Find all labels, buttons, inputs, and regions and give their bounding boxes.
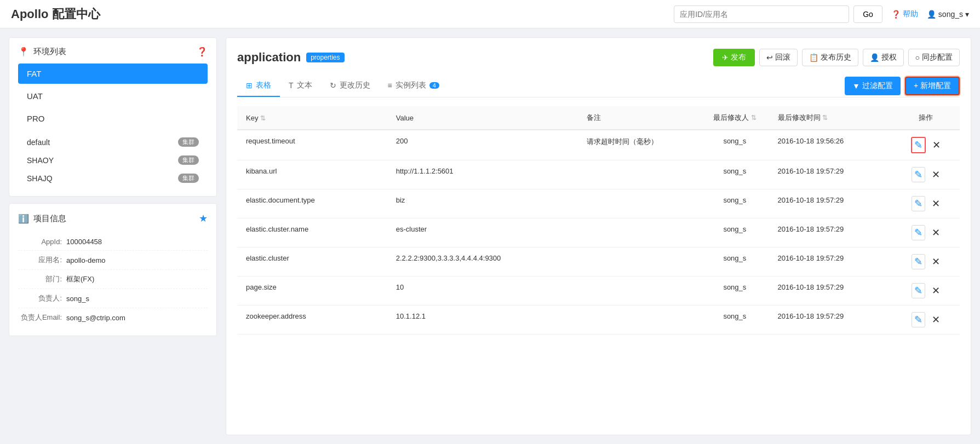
app-name: application <box>237 50 301 65</box>
delete-button[interactable]: ✕ <box>932 198 940 210</box>
cell-modifier: song_s <box>701 160 769 189</box>
cell-actions: ✎ ✕ <box>892 218 960 247</box>
filter-button[interactable]: ▼ 过滤配置 <box>845 77 901 95</box>
info-row-appid: AppId: 100004458 <box>18 233 208 251</box>
cell-actions: ✎ ✕ <box>892 305 960 335</box>
key-sort-icon[interactable]: ⇅ <box>260 114 266 122</box>
delete-button[interactable]: ✕ <box>932 169 940 181</box>
edit-button[interactable]: ✎ <box>912 196 925 211</box>
delete-button[interactable]: ✕ <box>932 285 940 297</box>
edit-button[interactable]: ✎ <box>912 167 925 182</box>
content-title: application properties <box>237 50 345 65</box>
info-row-email: 负责人Email: song_s@ctrip.com <box>18 308 208 327</box>
cluster-item-shaoy[interactable]: SHAOY 集群 <box>18 151 208 169</box>
cell-modifier: song_s <box>701 247 769 276</box>
edit-button[interactable]: ✎ <box>911 137 926 153</box>
cell-key: elastic.cluster <box>237 247 387 276</box>
edit-button[interactable]: ✎ <box>912 312 925 327</box>
th-modifier: 最后修改人 ⇅ <box>701 106 769 130</box>
instances-icon: ≡ <box>388 81 392 90</box>
cell-time: 2016-10-18 19:57:29 <box>769 160 892 189</box>
star-icon[interactable]: ★ <box>199 212 208 224</box>
info-row-appname: 应用名: apollo-demo <box>18 251 208 270</box>
env-help-icon[interactable]: ❓ <box>197 47 208 57</box>
delete-button[interactable]: ✕ <box>932 314 940 326</box>
tab-instances[interactable]: ≡ 实例列表 4 <box>379 75 448 97</box>
app-title: Apollo 配置中心 <box>11 6 100 22</box>
delete-button[interactable]: ✕ <box>932 227 940 239</box>
table-icon: ⊞ <box>246 81 253 90</box>
table-row: zookeeper.address 10.1.12.1 song_s 2016-… <box>237 305 960 335</box>
cell-time: 2016-10-18 19:57:29 <box>769 276 892 305</box>
edit-button[interactable]: ✎ <box>912 225 925 240</box>
edit-button[interactable]: ✎ <box>912 283 925 298</box>
cell-modifier: song_s <box>701 218 769 247</box>
cluster-item-default[interactable]: default 集群 <box>18 133 208 151</box>
modifier-sort-icon[interactable]: ⇅ <box>751 114 757 122</box>
cell-modifier: song_s <box>701 276 769 305</box>
cell-actions: ✎ ✕ <box>892 130 960 160</box>
help-link[interactable]: ❓ 帮助 <box>891 9 918 19</box>
sidebar-item-pro[interactable]: PRO <box>18 108 208 129</box>
sidebar-item-fat[interactable]: FAT <box>18 64 208 84</box>
cell-key: elastic.document.type <box>237 189 387 218</box>
rollback-button[interactable]: ↩ 回滚 <box>759 49 798 66</box>
cell-modifier: song_s <box>701 189 769 218</box>
project-info-title: ℹ️ 项目信息 <box>18 214 66 224</box>
chevron-down-icon: ▾ <box>965 10 969 19</box>
sync-button[interactable]: ○ 同步配置 <box>908 49 960 66</box>
table-body: request.timeout 200 请求超时时间（毫秒） song_s 20… <box>237 130 960 335</box>
sync-icon: ○ <box>915 53 920 62</box>
tab-history[interactable]: ↻ 更改历史 <box>321 75 379 97</box>
cell-key: page.size <box>237 276 387 305</box>
th-actions: 操作 <box>892 106 960 130</box>
project-info-card: ℹ️ 项目信息 ★ AppId: 100004458 应用名: apollo-d… <box>9 203 217 336</box>
sidebar: 📍 环境列表 ❓ FAT UAT PRO default 集群 SHAOY 集群… <box>9 37 217 435</box>
tab-table[interactable]: ⊞ 表格 <box>237 75 280 97</box>
history-button[interactable]: 📋 发布历史 <box>802 49 858 66</box>
cell-value: http://1.1.1.2:5601 <box>387 160 578 189</box>
th-value: Value <box>387 106 578 130</box>
table-row: kibana.url http://1.1.1.2:5601 song_s 20… <box>237 160 960 189</box>
tab-actions: ▼ 过滤配置 + 新增配置 <box>845 77 960 95</box>
env-list-card: 📍 环境列表 ❓ FAT UAT PRO default 集群 SHAOY 集群… <box>9 37 217 197</box>
delete-button[interactable]: ✕ <box>932 256 940 268</box>
cell-time: 2016-10-18 19:57:29 <box>769 218 892 247</box>
auth-button[interactable]: 👤 授权 <box>863 49 904 66</box>
cell-key: request.timeout <box>237 130 387 160</box>
publish-icon: ✈ <box>722 53 729 62</box>
user-menu[interactable]: 👤 song_s ▾ <box>927 10 969 19</box>
cell-key: elastic.cluster.name <box>237 218 387 247</box>
th-time: 最后修改时间 ⇅ <box>769 106 892 130</box>
go-button[interactable]: Go <box>853 5 882 23</box>
sidebar-item-uat[interactable]: UAT <box>18 86 208 106</box>
text-icon: T <box>289 81 294 90</box>
cluster-item-shajq[interactable]: SHAJQ 集群 <box>18 169 208 187</box>
cell-time: 2016-10-18 19:57:29 <box>769 305 892 335</box>
publish-button[interactable]: ✈ 发布 <box>713 49 755 66</box>
cell-time: 2016-10-18 19:57:29 <box>769 189 892 218</box>
time-sort-icon[interactable]: ⇅ <box>822 114 828 122</box>
tabs-bar: ⊞ 表格 T 文本 ↻ 更改历史 ≡ 实例列表 4 <box>237 75 960 97</box>
tab-text[interactable]: T 文本 <box>280 75 321 97</box>
history-icon: 📋 <box>809 53 818 62</box>
edit-button[interactable]: ✎ <box>912 254 925 269</box>
cell-key: kibana.url <box>237 160 387 189</box>
main-layout: 📍 环境列表 ❓ FAT UAT PRO default 集群 SHAOY 集群… <box>0 28 980 444</box>
info-row-dept: 部门: 框架(FX) <box>18 270 208 289</box>
search-input[interactable] <box>674 5 849 23</box>
cell-value: 10 <box>387 276 578 305</box>
add-config-button[interactable]: + 新增配置 <box>905 77 960 95</box>
cluster-group: default 集群 SHAOY 集群 SHAJQ 集群 <box>18 133 208 187</box>
delete-button[interactable]: ✕ <box>932 139 941 151</box>
cell-value: 2.2.2.2:9300,3.3.3.3,4.4.4.4:9300 <box>387 247 578 276</box>
cell-value: biz <box>387 189 578 218</box>
th-key: Key ⇅ <box>237 106 387 130</box>
info-row-owner: 负责人: song_s <box>18 289 208 308</box>
cell-note <box>578 189 701 218</box>
action-buttons: ✈ 发布 ↩ 回滚 📋 发布历史 👤 授权 ○ 同步配置 <box>713 49 960 66</box>
project-info-header: ℹ️ 项目信息 ★ <box>18 212 208 224</box>
th-note: 备注 <box>578 106 701 130</box>
cell-note <box>578 276 701 305</box>
env-list-title: 📍 环境列表 ❓ <box>18 47 208 57</box>
